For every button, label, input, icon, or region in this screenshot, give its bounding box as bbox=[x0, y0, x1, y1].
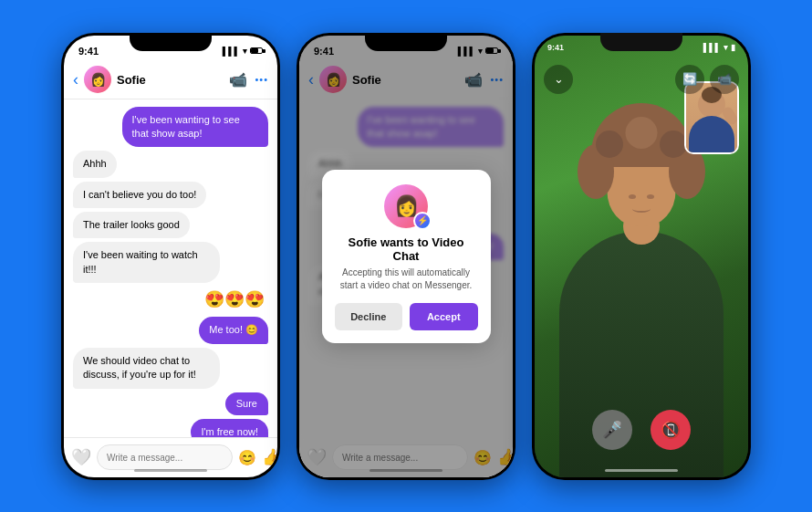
avatar-1[interactable]: 👩 bbox=[84, 66, 111, 93]
contact-name-1: Sofie bbox=[117, 73, 229, 87]
video-top-icons: ⌄ 🔄 📹 bbox=[544, 65, 739, 94]
modal-description: Accepting this will automatically start … bbox=[335, 266, 478, 292]
signal-icon-1: ▌▌▌ bbox=[223, 47, 240, 56]
camera-icon: 📹 bbox=[717, 72, 732, 86]
heart-icon-1[interactable]: 🤍 bbox=[71, 447, 91, 467]
message-row-9: Sure bbox=[73, 392, 268, 415]
message-row-7: Me too! 😊 bbox=[73, 317, 268, 343]
home-indicator-1 bbox=[134, 469, 207, 472]
time-1: 9:41 bbox=[78, 46, 99, 57]
phone-3: 9:41 ▌▌▌ ▾ ▮ ⌄ 🔄 📹 bbox=[532, 33, 751, 480]
status-icons-1: ▌▌▌ ▾ bbox=[223, 47, 263, 56]
message-bubble-7: Me too! 😊 bbox=[199, 317, 268, 343]
message-row-4: The trailer looks good bbox=[73, 212, 268, 238]
video-signal-icon: ▌▌▌ bbox=[703, 43, 721, 52]
modal-avatar-wrap: 👩 ⚡ bbox=[384, 184, 428, 228]
back-button-1[interactable]: ‹ bbox=[73, 70, 78, 89]
chat-area-1: I've been wanting to see that show asap!… bbox=[64, 99, 277, 437]
flip-icon: 🔄 bbox=[682, 72, 697, 86]
video-chat-modal: 👩 ⚡ Sofie wants to Video Chat Accepting … bbox=[322, 170, 491, 343]
message-bubble-4: The trailer looks good bbox=[73, 212, 190, 238]
message-row-8: We should video chat to discuss, if you'… bbox=[73, 348, 268, 389]
like-icon-1[interactable]: 👍 bbox=[262, 447, 277, 467]
emoji-icon-1[interactable]: 😊 bbox=[238, 449, 256, 466]
message-row-6: 😍😍😍 bbox=[73, 287, 268, 313]
video-time: 9:41 bbox=[547, 43, 564, 52]
notch-3 bbox=[600, 33, 682, 51]
modal-overlay: 👩 ⚡ Sofie wants to Video Chat Accepting … bbox=[299, 36, 513, 477]
message-row-2: Ahhh bbox=[73, 151, 268, 177]
message-row-3: I can't believe you do too! bbox=[73, 182, 268, 208]
flip-camera-button[interactable]: 🔄 bbox=[675, 65, 704, 94]
message-bubble-3: I can't believe you do too! bbox=[73, 182, 206, 208]
message-row-10: I'm free now! bbox=[73, 419, 268, 437]
message-bubble-10: I'm free now! bbox=[191, 419, 268, 437]
phone-1: 9:41 ▌▌▌ ▾ ‹ 👩 Sofie 📹 ••• I've been wan… bbox=[61, 33, 280, 480]
video-controls: 🎤 📵 bbox=[535, 410, 748, 450]
modal-title: Sofie wants to Video Chat bbox=[335, 235, 478, 263]
message-bubble-9: Sure bbox=[225, 392, 268, 415]
microphone-icon: 🎤 bbox=[602, 420, 622, 440]
phone-2-screen: 9:41 ▌▌▌ ▾ ‹ 👩 Sofie 📹 ••• I've been wan… bbox=[299, 36, 513, 477]
camera-switch-button[interactable]: 📹 bbox=[710, 65, 739, 94]
header-icons-1: 📹 ••• bbox=[229, 71, 268, 89]
message-bubble-2: Ahhh bbox=[73, 151, 117, 177]
message-row-1: I've been wanting to see that show asap! bbox=[73, 107, 268, 148]
minimize-button[interactable]: ⌄ bbox=[544, 65, 573, 94]
home-indicator-3 bbox=[605, 469, 678, 472]
more-button-1[interactable]: ••• bbox=[255, 74, 268, 85]
message-bubble-6: 😍😍😍 bbox=[201, 287, 268, 313]
hangup-icon: 📵 bbox=[661, 420, 681, 440]
decline-button[interactable]: Decline bbox=[335, 303, 403, 330]
notch-1 bbox=[130, 33, 212, 51]
message-bubble-1: I've been wanting to see that show asap! bbox=[122, 107, 269, 148]
hangup-button[interactable]: 📵 bbox=[651, 410, 691, 450]
phone-1-screen: 9:41 ▌▌▌ ▾ ‹ 👩 Sofie 📹 ••• I've been wan… bbox=[64, 36, 277, 477]
message-bubble-8: We should video chat to discuss, if you'… bbox=[73, 348, 220, 389]
accept-button[interactable]: Accept bbox=[410, 303, 478, 330]
phone-3-screen: 9:41 ▌▌▌ ▾ ▮ ⌄ 🔄 📹 bbox=[535, 36, 748, 477]
mute-button[interactable]: 🎤 bbox=[592, 410, 632, 450]
modal-buttons: Decline Accept bbox=[335, 303, 478, 330]
wifi-icon-1: ▾ bbox=[243, 47, 247, 56]
chat-header-1: ‹ 👩 Sofie 📹 ••• bbox=[64, 61, 277, 99]
battery-icon-1 bbox=[250, 47, 263, 54]
video-battery-icon: ▮ bbox=[731, 43, 735, 52]
video-call-button-1[interactable]: 📹 bbox=[229, 71, 247, 89]
video-wifi-icon: ▾ bbox=[724, 43, 728, 52]
message-input-1[interactable] bbox=[97, 444, 233, 470]
chevron-down-icon: ⌄ bbox=[554, 72, 564, 86]
phone-2: 9:41 ▌▌▌ ▾ ‹ 👩 Sofie 📹 ••• I've been wan… bbox=[297, 33, 515, 480]
message-bubble-5: I've been waiting to watch it!!! bbox=[73, 242, 220, 283]
messenger-badge: ⚡ bbox=[413, 212, 432, 230]
message-row-5: I've been waiting to watch it!!! bbox=[73, 242, 268, 283]
